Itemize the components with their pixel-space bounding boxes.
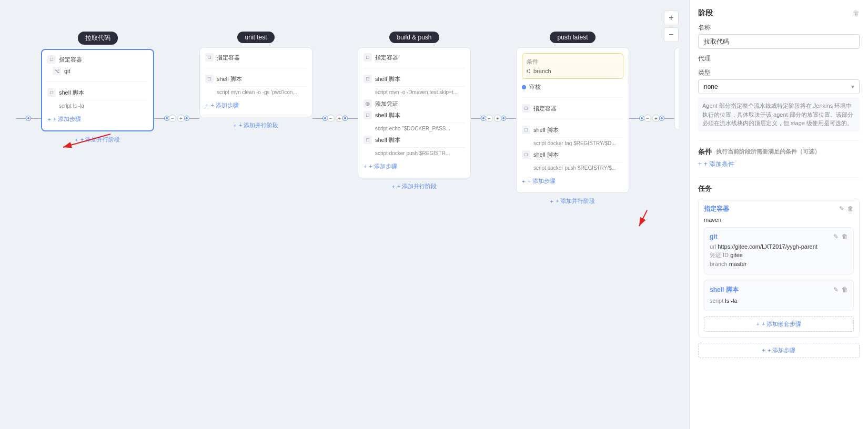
connector-controls-1: − + [169,115,185,122]
stage-label-1[interactable]: 拉取代码 [78,32,118,45]
step-shell-2[interactable]: □ shell 脚本 [205,75,307,83]
conditions-section: 条件 执行当前阶段所需要满足的条件（可选） + + 添加条件 [698,147,860,169]
container-icon: □ [47,55,56,64]
task-edit-icon[interactable]: ✎ [839,205,844,212]
name-input[interactable] [698,34,860,49]
step-git-1[interactable]: ⌥ git [53,67,148,75]
tasks-section: 任务 指定容器 ✎ 🗑 maven git ✎ 🗑 [698,184,860,358]
condition-item-branch: ⑆ branch [527,68,619,74]
step-title-shell-3b: shell 脚本 [375,111,400,119]
agent-description: Agent 部分指定整个流水线或特定阶段将在 Jenkins 环境中执行的位置，… [698,97,860,132]
task-git-url: url https://gitee.com/LXT2017/yygh-paren… [710,243,848,250]
task-shell-delete[interactable]: 🗑 [842,286,848,293]
connector-2-3: − + [312,108,358,129]
task-delete-icon[interactable]: 🗑 [847,205,854,212]
step-title-shell-4a: shell 脚本 [533,126,559,134]
connector-3-4: − + [471,108,516,129]
zoom-controls: + − [664,11,679,42]
shell-icon-3b: □ [364,111,372,119]
task-shell: shell 脚本 ✎ 🗑 script ls -la [704,280,854,311]
step-shell-3a[interactable]: □ shell 脚本 [364,75,465,83]
shell-icon-4b: □ [522,150,530,159]
task-git-edit[interactable]: ✎ [833,233,839,240]
step-title-shell-3a: shell 脚本 [375,75,400,83]
task-git-name[interactable]: git [710,233,718,240]
type-select-wrapper: none any label node [698,79,860,94]
stage-label-2[interactable]: unit test [237,32,274,43]
stage-card-2[interactable]: □ 指定容器 □ shell 脚本 script mvn clean -o -g… [199,47,312,117]
task-container-name[interactable]: 指定容器 [704,205,729,213]
add-parallel-btn-1[interactable]: + + 添加并行阶段 [75,136,120,144]
add-step-btn-panel[interactable]: + + 添加步骤 [698,343,860,358]
step-shell-3c[interactable]: □ shell 脚本 [364,136,465,144]
conditions-header: 条件 执行当前阶段所需要满足的条件（可选） [698,147,860,157]
zoom-out-button[interactable]: − [664,27,679,42]
step-container-1[interactable]: □ 指定容器 [47,55,148,64]
step-title-container-1: 指定容器 [59,56,82,64]
add-parallel-btn-2[interactable]: + + 添加并行阶段 [234,121,279,129]
task-container-value: maven [704,217,854,223]
type-select[interactable]: none any label node [698,79,860,94]
connector-plus-1[interactable]: + [177,115,185,122]
step-credential-3[interactable]: ◎ 添加凭证 [364,99,465,108]
container-icon-3: □ [364,53,372,62]
add-condition-btn[interactable]: + + 添加条件 [698,160,860,169]
stage-label-4[interactable]: push latest [550,32,595,43]
zoom-in-button[interactable]: + [664,11,679,25]
step-container-2[interactable]: □ 指定容器 [205,53,307,62]
task-git-actions: ✎ 🗑 [833,233,848,240]
task-shell-edit[interactable]: ✎ [833,286,839,293]
stage-card-3[interactable]: □ 指定容器 □ shell 脚本 script mvn -o -Dmaven.… [358,47,471,178]
branch-text: branch [533,68,551,74]
add-step-btn-4[interactable]: ++ 添加步骤 [522,175,623,187]
connector-dot-4b [660,116,664,120]
task-container-header: 指定容器 ✎ 🗑 [704,205,854,213]
add-parallel-btn-4[interactable]: + + 添加并行阶段 [550,197,596,205]
shell-icon-4a: □ [522,126,530,134]
connector-1-2: − + [154,108,199,129]
step-detail-shell-3c: script docker push $REGISTR... [375,147,465,157]
task-shell-name[interactable]: shell 脚本 [710,285,739,294]
add-nested-step-btn[interactable]: + + 添加嵌套步骤 [704,316,854,332]
connector-controls-3: − + [486,115,501,122]
panel-header: 阶段 🗑 [698,8,860,18]
step-shell-4b[interactable]: □ shell 脚本 [522,150,623,159]
step-title-shell-4b: shell 脚本 [533,151,559,159]
add-step-btn-1[interactable]: ++ 添加步骤 [47,113,148,125]
step-container-3[interactable]: □ 指定容器 [364,53,465,62]
connector-plus-4[interactable]: + [652,115,660,122]
add-step-btn-3[interactable]: ++ 添加步骤 [364,160,465,172]
conditions-title: 条件 [698,147,712,157]
connector-minus-4[interactable]: − [644,115,651,122]
stage-label-3[interactable]: build & push [389,32,439,43]
container-icon-4: □ [522,104,530,113]
connector-dot-2b [343,116,347,120]
canvas-area: + − 拉取代码 □ 指定容器 ⌥ git [0,0,689,429]
stage-card-1[interactable]: □ 指定容器 ⌥ git □ shell 脚本 script ls -la ++… [41,49,154,131]
connector-dot-1 [165,116,169,120]
connector-minus-2[interactable]: − [327,115,335,122]
step-shell-1[interactable]: □ shell 脚本 [47,88,148,97]
connector-plus-3[interactable]: + [494,115,501,122]
step-container-4[interactable]: □ 指定容器 [522,104,623,113]
connector-minus-1[interactable]: − [169,115,176,122]
step-shell-4a[interactable]: □ shell 脚本 [522,126,623,134]
task-git-delete[interactable]: 🗑 [842,233,848,240]
panel-title: 阶段 [698,8,713,18]
step-title-container-4: 指定容器 [533,105,557,113]
shell-icon-2: □ [205,75,214,83]
task-git: git ✎ 🗑 url https://gitee.com/LXT2017/yy… [704,227,854,274]
panel-delete-button[interactable]: 🗑 [852,9,860,17]
add-parallel-btn-3[interactable]: + + 添加并行阶段 [392,182,437,190]
connector-minus-3[interactable]: − [486,115,493,122]
step-detail-shell-2: script mvn clean -o -gs 'pwd'/con... [217,86,307,96]
git-icon: ⌥ [53,67,61,75]
add-step-btn-2[interactable]: ++ 添加步骤 [205,99,307,111]
stage-card-4[interactable]: 条件 ⑆ branch 审核 □ 指定容器 [516,47,629,193]
step-shell-3b[interactable]: □ shell 脚本 [364,111,465,119]
connector-plus-2[interactable]: + [336,115,343,122]
task-shell-actions: ✎ 🗑 [833,286,848,293]
step-title-git-1: git [64,68,70,74]
step-title-container-2: 指定容器 [217,54,240,62]
stage-card-5[interactable]: □ 指定容器 □ shell 脚 script mkd... □ shell 脚… [674,47,679,130]
